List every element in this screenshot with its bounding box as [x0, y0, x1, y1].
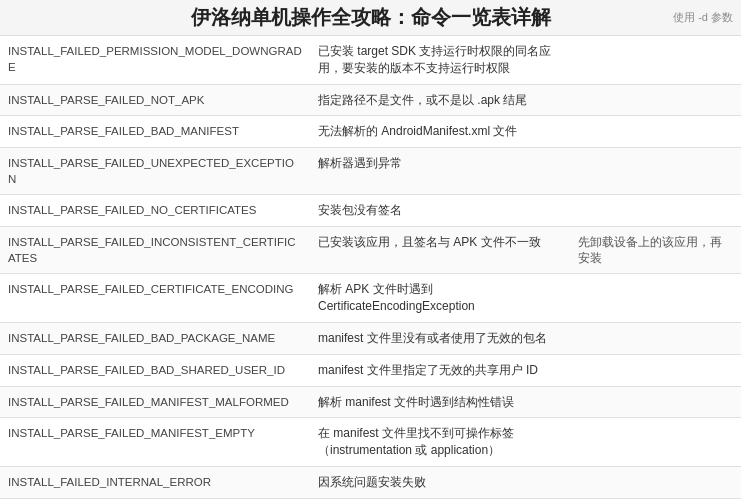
table-row: INSTALL_FAILED_PERMISSION_MODEL_DOWNGRAD…	[0, 36, 741, 84]
page-title: 伊洛纳单机操作全攻略：命令一览表详解	[191, 4, 551, 31]
error-note	[570, 195, 741, 227]
error-note	[570, 148, 741, 195]
error-code: INSTALL_PARSE_FAILED_MANIFEST_MALFORMED	[0, 386, 310, 418]
error-description: manifest 文件里指定了无效的共享用户 ID	[310, 354, 570, 386]
table-row: INSTALL_PARSE_FAILED_BAD_MANIFEST无法解析的 A…	[0, 116, 741, 148]
error-note: 先卸载设备上的该应用，再安装	[570, 227, 741, 274]
error-description: 无法解析的 AndroidManifest.xml 文件	[310, 116, 570, 148]
table-row: INSTALL_PARSE_FAILED_CERTIFICATE_ENCODIN…	[0, 274, 741, 323]
table-row: INSTALL_PARSE_FAILED_BAD_PACKAGE_NAMEman…	[0, 322, 741, 354]
table-row: INSTALL_PARSE_FAILED_MANIFEST_MALFORMED解…	[0, 386, 741, 418]
error-note	[570, 36, 741, 84]
error-code: INSTALL_PARSE_FAILED_NOT_APK	[0, 84, 310, 116]
error-code: INSTALL_PARSE_FAILED_MANIFEST_EMPTY	[0, 418, 310, 467]
error-description: 因系统问题安装失败	[310, 466, 570, 498]
error-code: INSTALL_PARSE_FAILED_BAD_MANIFEST	[0, 116, 310, 148]
error-description: 安装包没有签名	[310, 195, 570, 227]
error-note	[570, 354, 741, 386]
error-code: INSTALL_PARSE_FAILED_UNEXPECTED_EXCEPTIO…	[0, 148, 310, 195]
error-code: INSTALL_PARSE_FAILED_INCONSISTENT_CERTIF…	[0, 227, 310, 274]
table-row: INSTALL_PARSE_FAILED_BAD_SHARED_USER_IDm…	[0, 354, 741, 386]
header-right-text: 使用 -d 参数	[673, 10, 733, 25]
error-note	[570, 322, 741, 354]
table-row: INSTALL_PARSE_FAILED_MANIFEST_EMPTY在 man…	[0, 418, 741, 467]
error-code: INSTALL_PARSE_FAILED_NO_CERTIFICATES	[0, 195, 310, 227]
commands-table: INSTALL_FAILED_PERMISSION_MODEL_DOWNGRAD…	[0, 36, 741, 500]
table-row: INSTALL_PARSE_FAILED_NO_CERTIFICATES安装包没…	[0, 195, 741, 227]
error-description: 解析 APK 文件时遇到 CertificateEncodingExceptio…	[310, 274, 570, 323]
error-description: 解析器遇到异常	[310, 148, 570, 195]
error-description: manifest 文件里没有或者使用了无效的包名	[310, 322, 570, 354]
error-description: 在 manifest 文件里找不到可操作标签（instrumentation 或…	[310, 418, 570, 467]
table-row: INSTALL_PARSE_FAILED_INCONSISTENT_CERTIF…	[0, 227, 741, 274]
error-code: INSTALL_PARSE_FAILED_CERTIFICATE_ENCODIN…	[0, 274, 310, 323]
error-note	[570, 116, 741, 148]
error-description: 指定路径不是文件，或不是以 .apk 结尾	[310, 84, 570, 116]
table-row: INSTALL_PARSE_FAILED_NOT_APK指定路径不是文件，或不是…	[0, 84, 741, 116]
error-code: INSTALL_FAILED_INTERNAL_ERROR	[0, 466, 310, 498]
error-description: 已安装该应用，且签名与 APK 文件不一致	[310, 227, 570, 274]
page-header: 伊洛纳单机操作全攻略：命令一览表详解 使用 -d 参数	[0, 0, 741, 36]
error-note	[570, 84, 741, 116]
error-note	[570, 466, 741, 498]
error-code: INSTALL_PARSE_FAILED_BAD_PACKAGE_NAME	[0, 322, 310, 354]
error-note	[570, 274, 741, 323]
error-description: 已安装 target SDK 支持运行时权限的同名应用，要安装的版本不支持运行时…	[310, 36, 570, 84]
table-row: INSTALL_PARSE_FAILED_UNEXPECTED_EXCEPTIO…	[0, 148, 741, 195]
error-code: INSTALL_PARSE_FAILED_BAD_SHARED_USER_ID	[0, 354, 310, 386]
error-note	[570, 418, 741, 467]
error-code: INSTALL_FAILED_PERMISSION_MODEL_DOWNGRAD…	[0, 36, 310, 84]
error-note	[570, 386, 741, 418]
table-row: INSTALL_FAILED_INTERNAL_ERROR因系统问题安装失败	[0, 466, 741, 498]
error-description: 解析 manifest 文件时遇到结构性错误	[310, 386, 570, 418]
